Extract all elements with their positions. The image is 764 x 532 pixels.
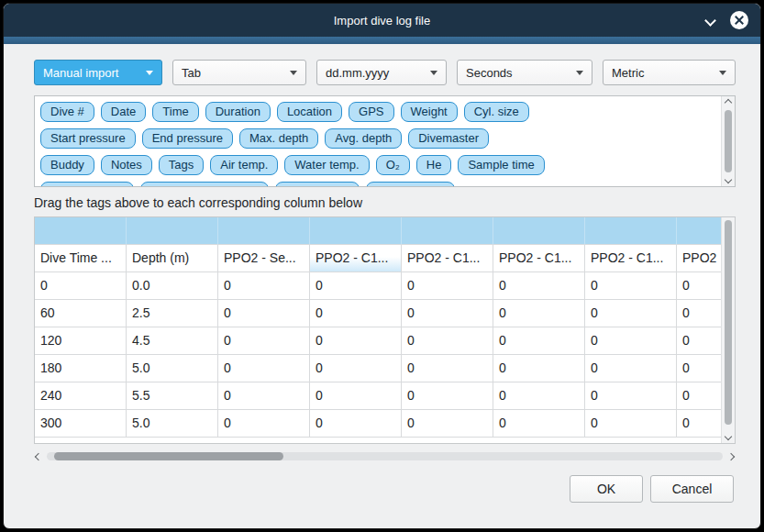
table-cell: 0 xyxy=(310,300,402,327)
scroll-down-arrow[interactable] xyxy=(722,434,735,439)
units-value: Metric xyxy=(612,66,644,80)
drag-tag[interactable]: Location xyxy=(277,102,342,122)
import-type-select[interactable]: Manual import xyxy=(34,60,162,85)
table-cell: 0 xyxy=(310,410,402,438)
table-grid: Dive Time ...Depth (m)PPO2 - Se...PPO2 -… xyxy=(35,217,722,443)
drop-target-cell[interactable] xyxy=(35,217,127,245)
drop-target-cell[interactable] xyxy=(677,217,722,245)
chevron-left-icon xyxy=(35,452,42,460)
drag-tag[interactable]: Sample time xyxy=(458,155,544,175)
drag-tag[interactable]: Duration xyxy=(205,102,271,122)
table-scrollbar[interactable] xyxy=(721,217,735,443)
column-header[interactable]: PPO2 xyxy=(677,245,722,272)
drag-tag[interactable]: He xyxy=(416,155,452,175)
drop-target-row xyxy=(35,217,722,245)
tags-scrollbar[interactable] xyxy=(721,96,735,186)
chevron-down-icon xyxy=(719,71,726,75)
column-header[interactable]: PPO2 - Se... xyxy=(218,245,310,272)
drag-tag[interactable]: Date xyxy=(101,102,146,122)
table-cell: 0 xyxy=(218,272,310,300)
table-cell: 0 xyxy=(585,327,677,355)
table-cell: 2.5 xyxy=(127,300,218,327)
table-cell: 5.0 xyxy=(127,410,218,438)
drop-target-cell[interactable] xyxy=(218,217,310,245)
drop-target-cell[interactable] xyxy=(493,217,585,245)
ok-button[interactable]: OK xyxy=(570,475,643,503)
drag-tag[interactable]: End pressure xyxy=(142,128,233,149)
column-header[interactable]: PPO2 - C1... xyxy=(310,245,402,272)
drag-tag[interactable]: GPS xyxy=(349,102,393,122)
drag-tag[interactable]: Tags xyxy=(159,155,204,175)
table-cell: 0 xyxy=(585,410,677,438)
cancel-button[interactable]: Cancel xyxy=(650,475,734,503)
column-header[interactable]: PPO2 - C1... xyxy=(493,245,585,272)
table-row: 1805.0000000 xyxy=(35,355,722,382)
column-header[interactable]: PPO2 - C1... xyxy=(402,245,493,272)
scroll-down-arrow[interactable] xyxy=(722,177,735,183)
drag-tag[interactable]: Dive # xyxy=(40,102,94,122)
table-cell: 0 xyxy=(493,355,585,382)
table-cell: 0 xyxy=(402,355,493,382)
close-icon xyxy=(730,11,748,29)
drag-tag[interactable]: Cyl. size xyxy=(464,102,529,122)
table-row: 00.0000000 xyxy=(35,272,722,300)
drop-target-cell[interactable] xyxy=(585,217,677,245)
date-format-value: dd.mm.yyyy xyxy=(326,66,389,80)
drag-tag[interactable]: Air temp. xyxy=(210,155,278,175)
drag-tag[interactable]: Water temp. xyxy=(284,155,369,175)
table-cell: 0 xyxy=(402,327,493,355)
drag-tag[interactable]: Avg. depth xyxy=(325,128,402,149)
column-header[interactable]: Depth (m) xyxy=(127,245,218,272)
date-format-select[interactable]: dd.mm.yyyy xyxy=(316,60,447,85)
table-cell: 0 xyxy=(310,272,402,300)
import-type-value: Manual import xyxy=(43,66,118,80)
drag-tag[interactable]: Buddy xyxy=(40,155,94,175)
column-header[interactable]: PPO2 - C1... xyxy=(585,245,677,272)
drag-tag[interactable]: Weight xyxy=(401,102,458,122)
tag-row: BuddyNotesTagsAir temp.Water temp.O₂HeSa… xyxy=(40,155,716,175)
table-hscrollbar[interactable] xyxy=(34,449,736,463)
tag-row: Dive #DateTimeDurationLocationGPSWeightC… xyxy=(40,102,716,122)
drag-tag[interactable]: Sample temperature xyxy=(140,182,269,187)
scroll-left-arrow[interactable] xyxy=(36,449,41,463)
drag-tag[interactable]: Notes xyxy=(101,155,152,175)
table-row: 2405.5000000 xyxy=(35,382,722,410)
titlebar-accent xyxy=(4,37,760,44)
separator-value: Tab xyxy=(182,66,201,80)
column-header[interactable]: Dive Time ... xyxy=(35,245,127,272)
units-select[interactable]: Metric xyxy=(603,60,736,85)
close-button[interactable] xyxy=(727,4,751,37)
dialog-button-row: OK Cancel xyxy=(4,475,734,503)
import-dialog: Import dive log file Manual import Tab d… xyxy=(3,3,761,529)
table-cell: 0 xyxy=(585,382,677,410)
drop-target-cell[interactable] xyxy=(310,217,402,245)
table-cell: 0 xyxy=(402,410,493,438)
scroll-right-arrow[interactable] xyxy=(728,449,734,463)
drag-tag[interactable]: Sample CNS xyxy=(366,182,455,187)
chevron-down-icon xyxy=(290,71,297,75)
tag-list-panel: Dive #DateTimeDurationLocationGPSWeightC… xyxy=(34,95,736,187)
table-cell: 0 xyxy=(493,382,585,410)
drag-tag[interactable]: O₂ xyxy=(376,155,410,175)
hscrollbar-thumb[interactable] xyxy=(54,452,283,460)
tags-scrollbar-thumb[interactable] xyxy=(725,110,732,172)
table-body: 00.0000000602.50000001204.50000001805.00… xyxy=(35,272,722,438)
table-scrollbar-thumb[interactable] xyxy=(725,220,732,425)
drag-tag[interactable]: Start pressure xyxy=(40,128,136,149)
table-cell: 5.5 xyxy=(127,382,218,410)
drag-tag[interactable]: Sample pO₂ xyxy=(275,182,360,187)
separator-select[interactable]: Tab xyxy=(172,60,306,85)
drag-tag[interactable]: Sample depth xyxy=(40,182,134,187)
shade-button[interactable] xyxy=(698,4,722,37)
drop-target-cell[interactable] xyxy=(402,217,493,245)
scroll-up-arrow[interactable] xyxy=(722,100,735,105)
table-row: 1204.5000000 xyxy=(35,327,722,355)
table-cell: 0 xyxy=(402,272,493,300)
drag-tag[interactable]: Max. depth xyxy=(239,128,318,149)
drag-tag[interactable]: Time xyxy=(152,102,198,122)
time-format-select[interactable]: Seconds xyxy=(457,60,592,85)
drop-target-cell[interactable] xyxy=(127,217,218,245)
table-cell: 0 xyxy=(218,300,310,327)
drag-tag[interactable]: Divemaster xyxy=(408,128,489,149)
table-row: 602.5000000 xyxy=(35,300,722,327)
